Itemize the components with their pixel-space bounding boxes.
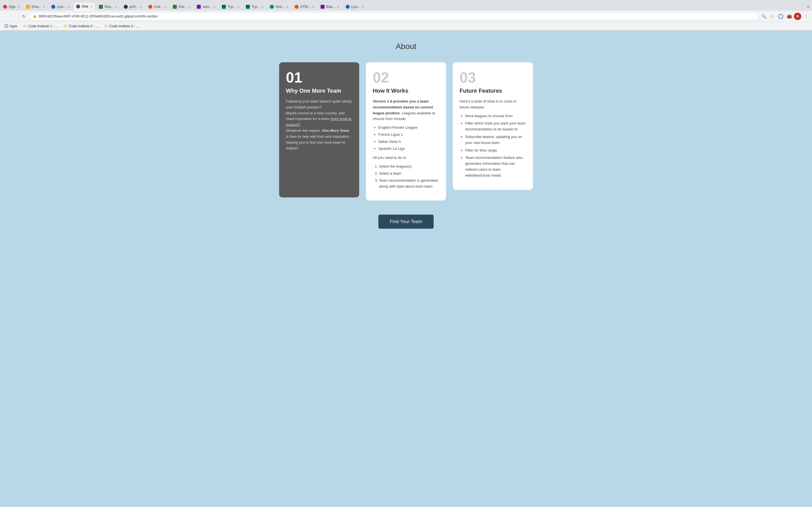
steps-list: Select the league(s)Select a teamTeam re… bbox=[373, 164, 439, 189]
league-item: Spanish La Liga bbox=[378, 146, 439, 152]
tab-close-tab-1[interactable]: × bbox=[18, 5, 19, 8]
tab-close-tab-8[interactable]: × bbox=[189, 5, 190, 8]
bookmark-codeinstitute-1[interactable]: 📁 Code Institute 1 - ... bbox=[20, 24, 60, 29]
tab-label-tab-2: Ema... bbox=[32, 5, 42, 9]
forward-button[interactable]: → bbox=[11, 13, 18, 20]
browser-tab-tab-6[interactable]: picfl...× bbox=[121, 2, 145, 11]
tab-close-tab-5[interactable]: × bbox=[115, 5, 117, 8]
browser-tab-tab-13[interactable]: HTM...× bbox=[292, 2, 317, 11]
address-bar: ← → ↻ 🔒 8000-b6226aea-0697-47d5-9212-205… bbox=[0, 11, 812, 22]
tab-favicon-tab-10 bbox=[222, 5, 226, 9]
tab-label-tab-1: Sign bbox=[9, 5, 16, 9]
league-item: French Ligue 1 bbox=[378, 132, 439, 138]
card-3-intro: Here's a taste of what is to come in fut… bbox=[460, 99, 526, 110]
feature-item: Subscribe feature, updating you on your … bbox=[465, 134, 526, 146]
tab-label-tab-5: Rea... bbox=[105, 5, 114, 9]
card-3-number: 03 bbox=[460, 70, 526, 85]
tab-close-tab-15[interactable]: × bbox=[362, 5, 364, 8]
browser-tab-tab-3[interactable]: Ljun...× bbox=[48, 2, 73, 11]
browser-tab-tab-15[interactable]: Ljun...× bbox=[343, 2, 367, 11]
browser-tab-tab-7[interactable]: Cod...× bbox=[145, 2, 169, 11]
tab-close-tab-14[interactable]: × bbox=[337, 5, 339, 8]
profile-avatar[interactable]: G bbox=[794, 13, 801, 20]
url-text: 8000-b6226aea-0697-47d5-9212-205fa6651fb… bbox=[39, 14, 158, 18]
league-item: Italian Serie A bbox=[378, 139, 439, 145]
search-button[interactable]: 🔍 bbox=[760, 13, 767, 20]
tab-label-tab-7: Cod... bbox=[154, 5, 163, 9]
cards-container: 01 Why One More Team Following your team… bbox=[279, 62, 533, 201]
extension-icon[interactable]: 🧰 bbox=[785, 13, 793, 20]
browser-tab-tab-5[interactable]: Rea...× bbox=[96, 2, 120, 11]
new-tab-button[interactable]: + bbox=[804, 3, 812, 11]
tab-label-tab-4: One bbox=[82, 4, 89, 8]
folder-icon-3: 📁 bbox=[104, 24, 108, 28]
more-local-link[interactable]: more local to support? bbox=[286, 117, 351, 127]
tab-favicon-tab-14 bbox=[320, 5, 324, 9]
tab-close-tab-6[interactable]: × bbox=[140, 5, 142, 8]
feature-item: Filter for time range bbox=[465, 148, 526, 154]
card-2-title: How It Works bbox=[373, 88, 439, 94]
apps-bookmark[interactable]: Apps bbox=[2, 24, 19, 29]
bookmark-codeinstitute-2[interactable]: 📁 Code Institute 2 - ... bbox=[61, 24, 101, 29]
browser-chrome: Sign×Ema...×Ljun...×One×Rea...×picfl...×… bbox=[0, 0, 812, 31]
tab-close-tab-4[interactable]: × bbox=[91, 5, 93, 8]
tab-close-tab-10[interactable]: × bbox=[238, 5, 239, 8]
card-2-all-you-need: All you need to do is: bbox=[373, 155, 439, 161]
menu-button[interactable]: ⋮ bbox=[802, 13, 810, 20]
feature-item: Team recommendation feature also generat… bbox=[465, 155, 526, 178]
url-bar[interactable]: 🔒 8000-b6226aea-0697-47d5-9212-205fa6651… bbox=[29, 12, 758, 20]
tab-favicon-tab-8 bbox=[173, 5, 177, 9]
folder-icon-1: 📁 bbox=[23, 24, 27, 28]
step-item: Select the league(s) bbox=[379, 164, 439, 170]
card-2-number: 02 bbox=[373, 70, 439, 85]
bookmark-label-1: Code Institute 1 - ... bbox=[28, 24, 58, 28]
browser-tab-tab-8[interactable]: Gra...× bbox=[170, 2, 193, 11]
tab-bar: Sign×Ema...×Ljun...×One×Rea...×picfl...×… bbox=[0, 0, 812, 11]
about-title: About bbox=[396, 42, 416, 51]
tab-favicon-tab-11 bbox=[246, 5, 250, 9]
bookmarks-bar: Apps 📁 Code Institute 1 - ... 📁 Code Ins… bbox=[0, 22, 812, 31]
tab-favicon-tab-13 bbox=[295, 5, 299, 9]
reload-button[interactable]: ↻ bbox=[20, 13, 28, 20]
tab-favicon-tab-6 bbox=[124, 5, 128, 9]
browser-tab-tab-1[interactable]: Sign× bbox=[0, 2, 22, 11]
back-button[interactable]: ← bbox=[2, 13, 10, 20]
tab-close-tab-2[interactable]: × bbox=[43, 5, 45, 8]
tab-close-tab-7[interactable]: × bbox=[165, 5, 166, 8]
step-item: Select a team bbox=[379, 171, 439, 177]
apps-label: Apps bbox=[10, 24, 17, 28]
tab-close-tab-3[interactable]: × bbox=[68, 5, 70, 8]
browser-tab-tab-9[interactable]: oner...× bbox=[194, 2, 218, 11]
card-2-body: Version 1.0 provides you a team recommen… bbox=[373, 99, 439, 189]
tab-label-tab-8: Gra... bbox=[179, 5, 187, 9]
browser-tab-tab-10[interactable]: Tryi...× bbox=[219, 2, 243, 11]
tab-label-tab-10: Tryi... bbox=[227, 5, 236, 9]
bookmark-label-3: Code Institute 3 - ... bbox=[109, 24, 139, 28]
browser-tab-tab-12[interactable]: One...× bbox=[267, 2, 291, 11]
tab-favicon-tab-4 bbox=[76, 4, 80, 8]
browser-tab-tab-11[interactable]: Tryi...× bbox=[243, 2, 266, 11]
browser-tab-tab-4[interactable]: One× bbox=[73, 2, 96, 11]
find-your-team-button[interactable]: Find Your Team bbox=[378, 215, 434, 229]
tab-label-tab-12: One... bbox=[275, 5, 285, 9]
tab-favicon-tab-15 bbox=[346, 5, 350, 9]
card-how-it-works: 02 How It Works Version 1.0 provides you… bbox=[366, 62, 446, 201]
browser-tab-tab-2[interactable]: Ema...× bbox=[23, 2, 48, 11]
tab-favicon-tab-9 bbox=[197, 5, 201, 9]
tab-close-tab-9[interactable]: × bbox=[214, 5, 215, 8]
card-why-one-more-team: 01 Why One More Team Following your team… bbox=[279, 62, 359, 198]
card-future-features: 03 Future Features Here's a taste of wha… bbox=[453, 62, 533, 190]
tab-label-tab-6: picfl... bbox=[130, 5, 138, 9]
card-3-body: Here's a taste of what is to come in fut… bbox=[460, 99, 526, 179]
card-1-title: Why One More Team bbox=[286, 88, 352, 94]
tab-favicon-tab-5 bbox=[99, 5, 103, 9]
leagues-list: English Premier LeagueFrench Ligue 1Ital… bbox=[373, 125, 439, 152]
bookmark-codeinstitute-3[interactable]: 📁 Code Institute 3 - ... bbox=[102, 24, 141, 29]
tab-close-tab-12[interactable]: × bbox=[287, 5, 288, 8]
tab-close-tab-13[interactable]: × bbox=[312, 5, 314, 8]
chrome-icon[interactable]: ◯ bbox=[777, 13, 784, 20]
tab-close-tab-11[interactable]: × bbox=[262, 5, 263, 8]
tab-favicon-tab-12 bbox=[270, 5, 274, 9]
browser-tab-tab-14[interactable]: Blac...× bbox=[317, 2, 342, 11]
bookmark-star-button[interactable]: ☆ bbox=[769, 13, 776, 20]
